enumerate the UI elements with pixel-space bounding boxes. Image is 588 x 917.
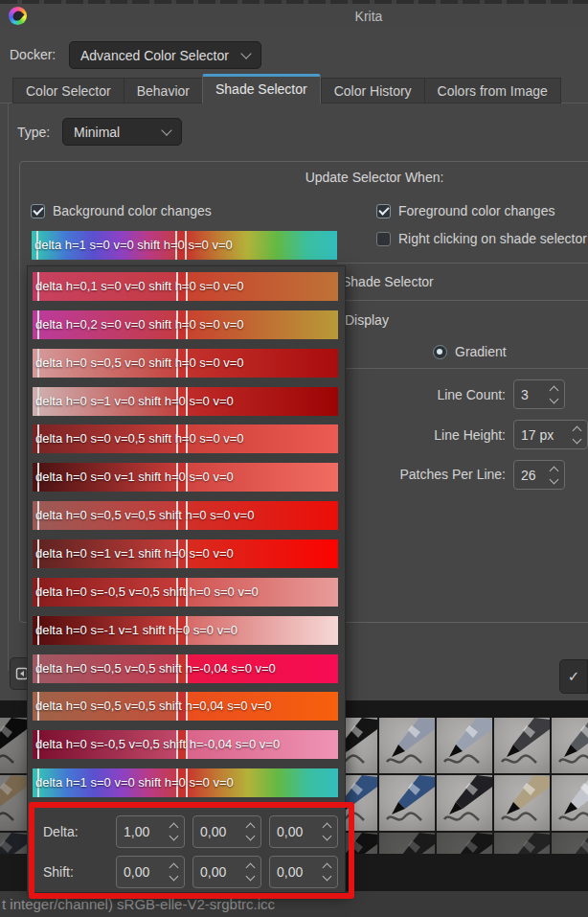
- docker-combobox[interactable]: Advanced Color Selector: [69, 41, 261, 69]
- brush-preset-thumbnail[interactable]: [0, 718, 27, 773]
- docker-combobox-value: Advanced Color Selector: [80, 48, 229, 63]
- shade-preset-option[interactable]: delta h=0 s=0 v=0,5 shift h=0 s=0 v=0: [33, 424, 338, 453]
- chevron-down-icon[interactable]: [170, 832, 179, 841]
- shade-preset-option[interactable]: delta h=0,2 s=0 v=0 shift h=0 s=0 v=0: [33, 310, 338, 339]
- separator-line: [337, 263, 588, 264]
- chevron-down-icon[interactable]: [170, 872, 179, 882]
- delta-spinbox-2[interactable]: 0,00: [192, 815, 261, 848]
- brush-preset-thumbnail[interactable]: [437, 718, 492, 773]
- type-combobox[interactable]: Minimal: [62, 118, 182, 146]
- shade-preset-label: delta h=0,2 s=0 v=0 shift h=0 s=0 v=0: [35, 310, 244, 339]
- pen-thumbnail-icon: [0, 775, 27, 831]
- checkbox-label: Right clicking on shade selector: [398, 231, 587, 246]
- tab-label: Behavior: [137, 83, 190, 99]
- checkbox-box[interactable]: [376, 232, 391, 246]
- pen-thumbnail-icon: [552, 718, 588, 773]
- shade-preset-option[interactable]: delta h=0 s=0,5 v=0 shift h=0 s=0 v=0: [33, 349, 338, 378]
- shade-preset-label: delta h=0,1 s=0 v=0 shift h=0 s=0 v=0: [35, 272, 244, 301]
- delta-spinbox-3[interactable]: 0,00: [269, 815, 338, 848]
- shade-preset-label: delta h=0 s=-1 v=1 shift h=0 s=0 v=0: [35, 616, 237, 645]
- brush-preset-thumbnail[interactable]: [379, 775, 435, 831]
- shift-label: Shift:: [43, 856, 74, 888]
- chevron-up-icon[interactable]: [550, 466, 559, 475]
- brush-preset-thumbnail[interactable]: [437, 775, 492, 831]
- brush-preset-thumbnail[interactable]: [552, 775, 588, 831]
- spinner-arrows[interactable]: [247, 824, 254, 839]
- chevron-down-icon[interactable]: [550, 474, 559, 484]
- brush-preset-thumbnail[interactable]: [437, 833, 492, 854]
- chevron-up-icon[interactable]: [550, 385, 559, 395]
- checkbox-label: Foreground color changes: [398, 203, 554, 218]
- chevron-up-icon[interactable]: [573, 425, 582, 435]
- pen-thumbnail-icon: [494, 718, 550, 773]
- brush-preset-thumbnail[interactable]: [494, 718, 550, 773]
- shade-preset-label: delta h=0 s=1 v=0 shift h=0 s=0 v=0: [35, 387, 234, 416]
- checkbox-right-clicking-shade-selector[interactable]: Right clicking on shade selector: [376, 230, 587, 247]
- tab-color-history[interactable]: Color History: [321, 78, 424, 103]
- chevron-down-icon: [240, 48, 251, 58]
- shade-preset-option[interactable]: delta h=0 s=1 v=1 shift h=0 s=0 v=0: [33, 539, 338, 568]
- shade-preset-option[interactable]: delta h=0 s=0,5 v=0,5 shift h=0,04 s=0 v…: [33, 692, 338, 721]
- line-count-spinbox[interactable]: 3: [513, 379, 565, 409]
- spinner-arrows[interactable]: [170, 824, 177, 839]
- checkbox-background-color-changes[interactable]: Background color changes: [31, 202, 212, 219]
- pen-thumbnail-icon: [437, 833, 492, 854]
- brush-preset-thumbnail[interactable]: [0, 833, 27, 854]
- tab-behavior[interactable]: Behavior: [124, 78, 202, 103]
- chevron-down-icon[interactable]: [246, 832, 256, 841]
- brush-preset-thumbnail[interactable]: [494, 775, 550, 831]
- shift-spinbox-2[interactable]: 0,00: [192, 856, 261, 888]
- shade-preset-option[interactable]: delta h=0 s=0,5 v=0,5 shift h=0 s=0 v=0: [33, 501, 338, 530]
- line-height-spinbox[interactable]: 17 px: [513, 420, 588, 449]
- shade-preset-option[interactable]: delta h=0 s=-1 v=1 shift h=0 s=0 v=0: [33, 616, 338, 645]
- chevron-down-icon[interactable]: [573, 434, 582, 444]
- spinner-arrows[interactable]: [551, 387, 557, 402]
- separator-line: [337, 300, 588, 301]
- shade-preset-label: delta h=0 s=0,5 v=0 shift h=0 s=0 v=0: [35, 349, 244, 378]
- tab-shade-selector[interactable]: Shade Selector: [202, 74, 321, 103]
- confirm-button[interactable]: ✓: [559, 659, 588, 694]
- brush-preset-thumbnail[interactable]: [379, 718, 435, 773]
- checkbox-box[interactable]: [31, 204, 45, 218]
- spinner-arrows[interactable]: [324, 824, 330, 839]
- shade-preset-option[interactable]: delta h=0 s=0,5 v=0,5 shift h=-0,04 s=0 …: [33, 654, 338, 683]
- checkbox-box[interactable]: [376, 204, 391, 218]
- shade-preset-option[interactable]: delta h=0 s=1 v=0 shift h=0 s=0 v=0: [33, 387, 338, 416]
- brush-preset-thumbnail[interactable]: [0, 775, 27, 831]
- spinbox-value: 3: [521, 387, 529, 402]
- spinner-arrows[interactable]: [574, 427, 580, 443]
- shade-preset-option[interactable]: delta h=0 s=0 v=1 shift h=0 s=0 v=0: [33, 463, 338, 492]
- brush-preset-thumbnail[interactable]: [494, 833, 550, 854]
- pen-thumbnail-icon: [494, 833, 550, 854]
- radio-button[interactable]: [433, 345, 447, 359]
- shade-preset-option[interactable]: delta h=0 s=-0,5 v=0,5 shift h=0 s=0 v=0: [33, 578, 338, 607]
- tab-color-selector[interactable]: Color Selector: [12, 78, 124, 103]
- separator-line: [337, 368, 588, 369]
- tab-colors-from-image[interactable]: Colors from Image: [424, 78, 561, 103]
- delta-spinbox-1[interactable]: 1,00: [116, 815, 185, 848]
- spinner-arrows[interactable]: [324, 864, 330, 880]
- brush-preset-thumbnail[interactable]: [552, 833, 588, 854]
- patches-per-line-spinbox[interactable]: 26: [513, 460, 565, 490]
- shade-line-combobox[interactable]: delta h=1 s=0 v=0 shift h=0 s=0 v=0: [32, 231, 337, 260]
- chevron-down-icon[interactable]: [323, 832, 332, 841]
- brush-preset-thumbnail[interactable]: [379, 833, 435, 854]
- shade-preset-option[interactable]: delta h=1 s=0 v=0 shift h=0 s=0 v=0: [33, 768, 338, 797]
- spinbox-value: 1,00: [124, 824, 149, 839]
- spinner-arrows[interactable]: [170, 864, 177, 880]
- spinner-arrows[interactable]: [247, 864, 254, 880]
- chevron-down-icon[interactable]: [323, 872, 332, 882]
- chevron-down-icon[interactable]: [550, 394, 559, 403]
- brush-preset-thumbnail[interactable]: [552, 718, 588, 773]
- spinner-arrows[interactable]: [551, 468, 557, 483]
- chevron-down-icon[interactable]: [246, 872, 256, 882]
- display-label: Display: [345, 312, 389, 328]
- shift-spinbox-1[interactable]: 0,00: [116, 856, 185, 888]
- shade-preset-option[interactable]: delta h=0,1 s=0 v=0 shift h=0 s=0 v=0: [33, 272, 338, 301]
- settings-tabbar: Color Selector Behavior Shade Selector C…: [12, 74, 561, 103]
- shade-preset-option[interactable]: delta h=0 s=-0,5 v=0,5 shift h=-0,04 s=0…: [33, 730, 338, 759]
- checkbox-foreground-color-changes[interactable]: Foreground color changes: [376, 202, 554, 219]
- statusbar-text: t integer/channel) sRGB-elle-V2-srgbtrc.…: [2, 896, 275, 912]
- radio-gradient[interactable]: Gradient: [433, 343, 507, 360]
- shift-spinbox-3[interactable]: 0,00: [269, 856, 338, 888]
